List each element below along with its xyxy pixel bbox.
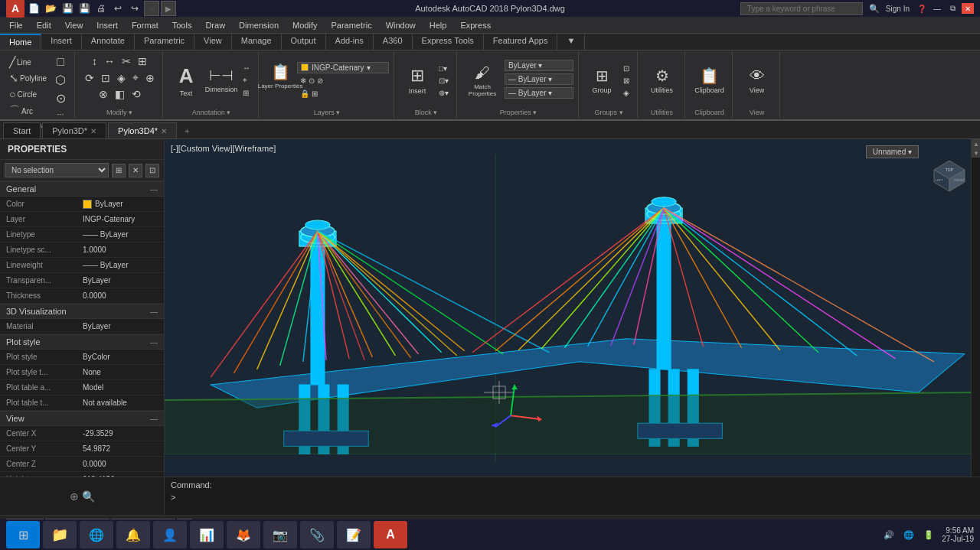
tab-express[interactable]: Express Tools xyxy=(413,34,484,50)
selection-dropdown[interactable]: No selection xyxy=(5,163,109,177)
taskbar-app8[interactable]: 📎 xyxy=(300,521,334,548)
section-plot-style[interactable]: Plot style — xyxy=(0,334,164,350)
layers-group-label[interactable]: Layers ▾ xyxy=(314,107,341,116)
section-3d-viz[interactable]: 3D Visualization — xyxy=(0,304,164,319)
tray-icon-2[interactable]: 🌐 xyxy=(902,530,916,540)
menu-format[interactable]: Format xyxy=(126,19,165,31)
linetype-selector[interactable]: — ByLayer ▾ xyxy=(505,73,573,85)
utilities-group-label[interactable]: Utilities xyxy=(651,107,673,116)
groups-group-label[interactable]: Groups ▾ xyxy=(595,107,623,116)
tab-manage[interactable]: Manage xyxy=(232,34,282,50)
modify-btn-2[interactable]: ↔ xyxy=(101,54,118,69)
groups-more-1[interactable]: ⊡ xyxy=(620,63,632,74)
modify-btn-5[interactable]: ⟳ xyxy=(82,70,97,86)
restore-btn[interactable]: ⧉ xyxy=(946,3,959,14)
props-toggle-1[interactable]: ⊞ xyxy=(112,164,126,177)
taskbar-firefox[interactable]: 🦊 xyxy=(227,521,260,548)
search-input[interactable] xyxy=(740,2,863,15)
line-btn[interactable]: ╱ Line xyxy=(6,54,34,70)
layer-freeze-btn[interactable]: ❄ ⊙ ⊘ xyxy=(297,75,389,86)
view-group-label[interactable]: View xyxy=(750,107,764,116)
minimize-btn[interactable]: — xyxy=(931,3,943,14)
canvas-area[interactable]: [-][Custom View][Wireframe] xyxy=(165,139,980,477)
view-btn[interactable]: 👁 View xyxy=(740,58,774,103)
draw-more-3[interactable]: ⊙ xyxy=(53,89,69,107)
modify-btn-10[interactable]: ⊗ xyxy=(96,86,111,102)
lineweight-selector[interactable]: — ByLayer ▾ xyxy=(505,87,573,99)
modify-btn-3[interactable]: ✂ xyxy=(119,54,134,69)
circle-btn[interactable]: ○ Circle xyxy=(6,86,40,102)
menu-tools[interactable]: Tools xyxy=(166,19,198,31)
props-toggle-3[interactable]: ⊡ xyxy=(145,164,159,177)
forward-btn[interactable]: ▶ xyxy=(161,1,176,16)
section-general[interactable]: General — xyxy=(0,181,164,197)
tab-view[interactable]: View xyxy=(194,34,232,50)
block-more-3[interactable]: ⊕▾ xyxy=(436,87,452,99)
menu-file[interactable]: File xyxy=(3,19,29,31)
scroll-up-btn[interactable]: ▲ xyxy=(972,139,980,148)
tab-featured[interactable]: Featured Apps xyxy=(484,34,558,50)
menu-edit[interactable]: Edit xyxy=(31,19,57,31)
arc-btn[interactable]: ⌒ Arc xyxy=(6,103,36,119)
taskbar-autocad[interactable]: A xyxy=(374,521,407,548)
groups-more-2[interactable]: ⊠ xyxy=(620,75,632,86)
match-properties-btn[interactable]: 🖌 Match Properties xyxy=(463,58,501,103)
props-toggle-2[interactable]: ✕ xyxy=(129,164,142,177)
block-more-2[interactable]: ⊡▾ xyxy=(436,75,452,86)
tab-annotate[interactable]: Annotate xyxy=(82,34,135,50)
tray-icon-3[interactable]: 🔋 xyxy=(922,530,936,540)
menu-help[interactable]: Help xyxy=(423,19,453,31)
menu-dimension[interactable]: Dimension xyxy=(233,19,285,31)
draw-more-1[interactable]: □ xyxy=(54,54,67,70)
view-cube[interactable]: TOP LEFT FRONT xyxy=(926,147,972,193)
modify-btn-6[interactable]: ⊡ xyxy=(98,70,113,86)
taskbar-app4[interactable]: 👤 xyxy=(153,521,187,548)
undo-btn[interactable]: ↩ xyxy=(110,1,126,16)
modify-btn-11[interactable]: ◧ xyxy=(112,86,128,102)
new-btn[interactable]: 📄 xyxy=(26,1,41,16)
layer-selector[interactable]: INGP-Catenary ▾ xyxy=(297,62,389,73)
color-selector[interactable]: ByLayer ▾ xyxy=(505,60,573,71)
modify-group-label[interactable]: Modify ▾ xyxy=(106,107,132,116)
help-btn[interactable]: ❓ xyxy=(916,3,928,14)
draw-more-4[interactable]: ··· xyxy=(54,108,67,120)
groups-more-3[interactable]: ◈ xyxy=(620,87,632,99)
menu-modify[interactable]: Modify xyxy=(286,19,323,31)
modify-btn-8[interactable]: ⌖ xyxy=(129,70,142,86)
bridge-viewport[interactable] xyxy=(165,139,980,477)
menu-window[interactable]: Window xyxy=(380,19,422,31)
tab-addins[interactable]: Add-ins xyxy=(326,34,374,50)
tab-insert[interactable]: Insert xyxy=(41,34,82,50)
tab-parametric[interactable]: Parametric xyxy=(135,34,194,50)
section-view[interactable]: View — xyxy=(0,411,164,426)
tray-icon-1[interactable]: 🔊 xyxy=(882,530,896,540)
saveas-btn[interactable]: 💾 xyxy=(77,1,92,16)
dimension-btn[interactable]: ⊢⊣ Dimension xyxy=(204,58,238,103)
modify-btn-7[interactable]: ◈ xyxy=(114,70,129,86)
annot-more-1[interactable]: ↔ xyxy=(240,62,253,73)
modify-btn-12[interactable]: ⟲ xyxy=(129,86,144,102)
menu-express[interactable]: Express xyxy=(454,19,497,31)
new-tab-btn[interactable]: + xyxy=(178,123,195,138)
properties-group-label[interactable]: Properties ▾ xyxy=(500,107,537,116)
modify-btn-9[interactable]: ⊕ xyxy=(142,70,158,86)
group-btn[interactable]: ⊞ Group xyxy=(585,58,619,103)
utilities-btn[interactable]: ⚙ Utilities xyxy=(645,58,679,103)
modify-btn-1[interactable]: ↕ xyxy=(89,54,100,69)
layer-props-btn[interactable]: 📋 Layer Properties xyxy=(265,61,296,99)
tab-a360[interactable]: A360 xyxy=(374,34,413,50)
annot-more-2[interactable]: ⌖ xyxy=(240,74,253,86)
back-btn[interactable]: ◀ xyxy=(144,1,159,16)
signin-link[interactable]: Sign In xyxy=(886,5,910,13)
tab-more[interactable]: ▼ xyxy=(557,34,585,50)
taskbar-clock[interactable]: 9:56 AM 27-Jul-19 xyxy=(942,526,974,543)
menu-insert[interactable]: Insert xyxy=(90,19,124,31)
doc-tab-pylon3d4[interactable]: Pylon3D4* ✕ xyxy=(108,122,177,138)
clipboard-group-label[interactable]: Clipboard xyxy=(694,107,724,116)
zoom-btn[interactable]: 🔍 xyxy=(82,490,95,503)
open-btn[interactable]: 📂 xyxy=(43,1,58,16)
annot-more-3[interactable]: ⊞ xyxy=(240,87,253,99)
modify-btn-4[interactable]: ⊞ xyxy=(135,54,150,69)
taskbar-app7[interactable]: 📷 xyxy=(263,521,297,548)
menu-view[interactable]: View xyxy=(59,19,90,31)
